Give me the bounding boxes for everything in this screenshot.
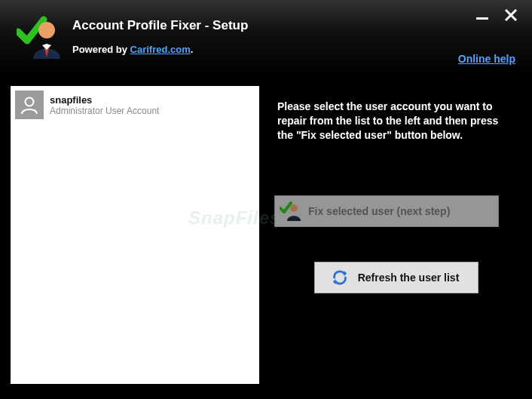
svg-point-0 [38, 22, 55, 38]
close-icon [504, 8, 518, 22]
user-name: snapfiles [50, 94, 159, 106]
powered-suffix: . [191, 44, 194, 55]
user-list-item[interactable]: snapfiles Administrator User Account [11, 86, 259, 124]
right-pane: Please select the user account you want … [274, 86, 518, 384]
user-list-panel[interactable]: snapfiles Administrator User Account [11, 86, 259, 384]
svg-point-4 [26, 98, 34, 106]
body-area: snapfiles Administrator User Account Ple… [0, 75, 532, 399]
close-button[interactable] [503, 8, 518, 23]
fix-user-icon [280, 201, 301, 222]
user-avatar-icon [15, 91, 44, 119]
carifred-link[interactable]: Carifred.com [130, 44, 191, 55]
minimize-button[interactable] [475, 8, 490, 23]
app-logo-icon [17, 15, 62, 60]
refresh-button-label: Refresh the user list [358, 272, 460, 284]
powered-by-line: Powered by Carifred.com. [72, 44, 248, 55]
svg-marker-6 [344, 271, 347, 276]
instruction-text: Please select the user account you want … [274, 100, 518, 143]
title-bar: Account Profile Fixer - Setup Powered by… [0, 0, 532, 75]
fix-button-label: Fix selected user (next step) [308, 205, 450, 217]
app-title: Account Profile Fixer - Setup [72, 18, 248, 33]
user-text: snapfiles Administrator User Account [50, 94, 159, 116]
minimize-icon [475, 8, 489, 22]
refresh-user-list-button[interactable]: Refresh the user list [314, 262, 478, 293]
online-help-link[interactable]: Online help [458, 53, 515, 65]
svg-rect-1 [476, 17, 488, 20]
window-controls [475, 8, 518, 23]
svg-marker-7 [333, 279, 336, 284]
fix-selected-user-button[interactable]: Fix selected user (next step) [274, 195, 499, 227]
app-window: Account Profile Fixer - Setup Powered by… [0, 0, 532, 399]
title-stack: Account Profile Fixer - Setup Powered by… [72, 15, 248, 55]
powered-prefix: Powered by [72, 44, 130, 55]
refresh-icon [329, 267, 350, 288]
svg-point-5 [290, 204, 298, 212]
user-role: Administrator User Account [50, 106, 159, 116]
